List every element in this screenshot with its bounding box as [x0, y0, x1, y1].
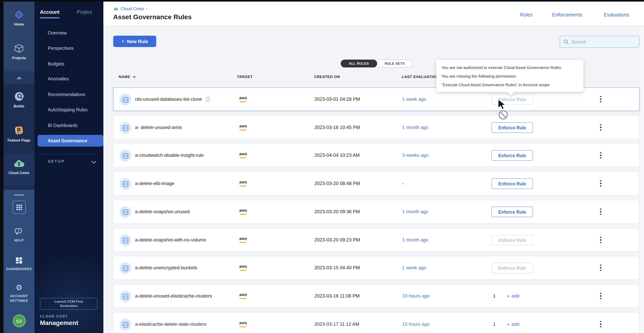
rail-item-projects[interactable]: Projects — [4, 43, 34, 60]
setup-section-label[interactable]: SETUP — [48, 159, 65, 163]
nav-divider — [40, 154, 98, 154]
rule-created-on: 2023-03-20 09:36 PM — [314, 200, 360, 223]
row-menu-kebab[interactable] — [598, 179, 604, 188]
search-input[interactable]: Search — [560, 36, 640, 48]
svg-text:?: ? — [18, 229, 20, 233]
nav-item-recommendations[interactable]: Recommendations — [34, 89, 104, 100]
aws-logo-icon: aws — [239, 124, 247, 131]
nav-item-anomalies[interactable]: Anomalies — [34, 73, 104, 85]
top-link-evaluations[interactable]: Evaluations — [604, 12, 629, 18]
copy-icon[interactable] — [205, 96, 210, 102]
rule-icon — [120, 262, 131, 274]
tab-project[interactable]: Project — [77, 10, 92, 15]
chevron-up-icon — [16, 77, 22, 79]
rail-item-feature-flags[interactable]: Feature Flags — [4, 125, 34, 143]
breadcrumb-cloud-costs-link[interactable]: Cloud Costs — [120, 6, 144, 11]
toggle-all-rules[interactable]: ALL RULES — [341, 60, 377, 67]
module-picker-button[interactable] — [12, 201, 26, 214]
cloud-costs-breadcrumb-icon — [113, 7, 119, 11]
row-menu-kebab[interactable] — [598, 95, 604, 104]
rule-name: rds-unused-databases-list-clone — [135, 88, 210, 111]
enforce-rule-button[interactable]: Enforce Rule — [492, 150, 533, 161]
nav-item-budgets[interactable]: Budgets — [34, 58, 104, 70]
rule-created-on: 2023-04-04 10:23 AM — [314, 144, 360, 167]
breadcrumb: Cloud Costs › — [113, 6, 148, 11]
rail-divider — [14, 194, 24, 196]
new-rule-button[interactable]: + New Rule — [113, 36, 156, 47]
tab-account[interactable]: Account — [40, 10, 60, 15]
mouse-cursor-not-allowed — [497, 98, 510, 123]
rule-last-evaluation: 1 month ago — [402, 116, 428, 139]
rule-last-evaluation: - — [402, 172, 404, 195]
rule-icon — [120, 122, 131, 134]
enforce-rule-button[interactable]: Enforce Rule — [492, 178, 533, 189]
aws-logo-icon: aws — [239, 96, 247, 102]
rule-name: a-delete-unencrypted-buckets — [135, 256, 197, 279]
enforce-rule-button[interactable]: Enforce Rule — [492, 122, 533, 133]
plus-icon: + — [507, 293, 510, 299]
rail-label-account-settings-2: SETTINGS — [10, 299, 28, 303]
rail-item-home[interactable]: Home — [4, 10, 34, 27]
rule-name: a-delete-snapshot-unused — [135, 200, 190, 223]
rule-target: aws — [239, 228, 247, 251]
table-row[interactable]: a- delete-unused-amis aws 2023-03-16 10:… — [113, 116, 640, 139]
breadcrumb-separator: › — [146, 6, 148, 11]
rail-item-cloud-costs[interactable]: $ Cloud Costs — [4, 158, 34, 175]
projects-icon — [14, 43, 24, 54]
scrollbar-track[interactable] — [640, 26, 644, 333]
toggle-rule-sets[interactable]: RULE SETS — [377, 60, 412, 67]
rule-last-evaluation: 3 weeks ago — [402, 144, 428, 167]
aws-logo-icon: aws — [239, 293, 247, 299]
table-row[interactable]: a-elasticache-delete-stale-clusters aws … — [113, 312, 640, 333]
row-menu-kebab[interactable] — [598, 236, 604, 244]
chevron-down-icon[interactable] — [91, 159, 96, 164]
row-menu-kebab[interactable] — [598, 320, 604, 328]
enforcement-count: 1 — [493, 284, 496, 307]
nav-item-asset-governance[interactable]: Asset Governance — [38, 135, 104, 147]
rule-icon — [120, 319, 131, 330]
add-enforcement-link[interactable]: +add — [507, 313, 519, 333]
top-link-rules[interactable]: Rules — [520, 12, 532, 18]
rail-item-builds[interactable]: Builds — [4, 91, 34, 109]
rail-item-help[interactable]: ? HELP — [4, 227, 34, 243]
table-row[interactable]: a-cloudwatch-disable-insight-rule aws 20… — [113, 143, 640, 167]
rail-label-projects: Projects — [12, 56, 26, 60]
rail-item-account-settings[interactable]: ⚙ ACCOUNT SETTINGS — [4, 284, 34, 303]
rule-target: aws — [239, 313, 247, 333]
not-allowed-icon — [499, 111, 507, 119]
tab-account-underline — [40, 17, 60, 19]
user-avatar[interactable]: CJ — [12, 314, 26, 327]
launch-ccm-first-gen-button[interactable]: Launch CCM First Generation — [40, 298, 98, 310]
rule-target: aws — [239, 172, 247, 195]
aws-logo-icon: aws — [239, 321, 247, 327]
nav-item-perspectives[interactable]: Perspectives — [34, 42, 104, 54]
row-menu-kebab[interactable] — [598, 123, 604, 132]
row-menu-kebab[interactable] — [598, 207, 604, 216]
rule-name: a-delete-unused-elasticache-clusters — [135, 284, 212, 307]
row-menu-kebab[interactable] — [598, 151, 604, 160]
table-row[interactable]: a-delete-unused-elasticache-clusters aws… — [113, 284, 640, 308]
rail-collapse-button[interactable] — [4, 71, 34, 84]
search-placeholder: Search — [571, 39, 586, 45]
module-rail: Home Projects Builds — [4, 2, 34, 333]
row-menu-kebab[interactable] — [598, 263, 604, 272]
nav-item-overview[interactable]: Overview — [34, 27, 104, 39]
top-link-enforcements[interactable]: Enforcements — [552, 12, 582, 18]
column-header-name[interactable]: NAME — [119, 75, 136, 79]
rail-item-dashboards[interactable]: DASHBOARDS — [4, 256, 34, 271]
add-enforcement-link[interactable]: +add — [507, 284, 519, 307]
rail-label-account-settings-1: ACCOUNT — [10, 294, 28, 298]
home-icon — [14, 10, 24, 20]
main-content: Cloud Costs › Asset Governance Rules Rul… — [104, 2, 644, 333]
aws-logo-icon: aws — [239, 209, 247, 215]
enforce-rule-button[interactable]: Enforce Rule — [492, 207, 533, 217]
table-row[interactable]: a-delete-snapshot-with-no-volume aws 202… — [113, 228, 640, 252]
row-menu-kebab[interactable] — [598, 292, 604, 300]
table-row[interactable]: a-delete-elb-image aws 2023-03-20 08:48 … — [113, 172, 640, 195]
nav-item-bi-dashboards[interactable]: BI Dashboards — [34, 120, 104, 131]
table-row[interactable]: a-delete-snapshot-unused aws 2023-03-20 … — [113, 200, 640, 223]
nav-item-autostopping-rules[interactable]: AutoStopping Rules — [34, 104, 104, 116]
plus-icon: + — [507, 321, 510, 327]
rule-target: aws — [239, 88, 247, 111]
table-row[interactable]: a-delete-unencrypted-buckets aws 2023-03… — [113, 256, 640, 279]
